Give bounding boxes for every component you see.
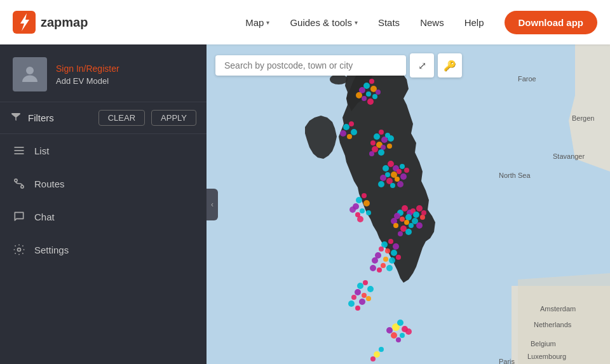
svg-point-82 xyxy=(385,248,390,253)
svg-point-53 xyxy=(395,177,400,182)
chat-icon xyxy=(13,210,25,223)
nav-map[interactable]: Map ▾ xyxy=(238,13,277,32)
sidebar-collapse-button[interactable]: ‹ xyxy=(207,189,218,220)
svg-point-75 xyxy=(416,222,423,229)
svg-point-29 xyxy=(372,94,377,99)
svg-point-107 xyxy=(351,129,357,135)
svg-point-78 xyxy=(398,231,403,236)
map-container: ⤢ 🔑 Faroe Bergen Stavanger North Sea Ams… xyxy=(207,44,610,364)
search-input[interactable] xyxy=(224,60,397,71)
svg-point-113 xyxy=(351,295,356,300)
user-section: Sign In/Register Add EV Model xyxy=(0,44,207,102)
clear-button[interactable]: CLEAR xyxy=(98,110,145,126)
svg-point-111 xyxy=(362,293,367,298)
svg-point-128 xyxy=(370,356,376,361)
svg-point-58 xyxy=(397,181,403,187)
svg-point-5 xyxy=(15,179,17,182)
svg-point-32 xyxy=(374,133,380,140)
svg-point-89 xyxy=(372,257,378,264)
sidebar-item-list[interactable]: List xyxy=(0,134,207,167)
svg-text:Belgium: Belgium xyxy=(531,340,556,347)
svg-point-106 xyxy=(347,134,352,139)
svg-point-33 xyxy=(379,130,384,135)
svg-point-31 xyxy=(376,90,381,95)
svg-rect-4 xyxy=(15,153,24,154)
svg-point-44 xyxy=(383,165,389,172)
svg-point-108 xyxy=(357,283,363,289)
svg-point-81 xyxy=(393,243,399,250)
svg-text:Paris: Paris xyxy=(499,358,515,364)
svg-point-69 xyxy=(409,223,414,228)
apply-button[interactable]: APPLY xyxy=(151,110,196,126)
svg-point-60 xyxy=(402,205,408,212)
map-chevron-icon: ▾ xyxy=(266,19,269,26)
svg-text:Amsterdam: Amsterdam xyxy=(540,305,576,313)
svg-point-101 xyxy=(366,210,371,215)
nav-stats[interactable]: Stats xyxy=(370,13,407,32)
list-icon xyxy=(13,144,25,157)
sidebar-item-routes[interactable]: Routes xyxy=(0,167,207,200)
svg-point-39 xyxy=(381,145,386,150)
svg-point-114 xyxy=(359,299,365,305)
svg-point-42 xyxy=(378,149,384,156)
svg-point-71 xyxy=(420,215,425,220)
header: zapmap Map ▾ Guides & tools ▾ Stats News… xyxy=(0,0,610,44)
sidebar: Sign In/Register Add EV Model Filters CL… xyxy=(0,44,207,364)
settings-icon xyxy=(13,243,25,256)
svg-point-94 xyxy=(356,197,362,203)
svg-text:Bergen: Bergen xyxy=(572,114,594,122)
filter-icon xyxy=(10,111,22,125)
svg-point-124 xyxy=(405,328,412,335)
svg-point-84 xyxy=(379,246,384,252)
sidebar-item-chat[interactable]: Chat xyxy=(0,200,207,233)
filters-row: Filters CLEAR APPLY xyxy=(0,102,207,134)
svg-point-6 xyxy=(21,185,24,188)
download-app-button[interactable]: Download app xyxy=(505,11,598,34)
svg-point-100 xyxy=(349,206,356,213)
svg-point-68 xyxy=(416,205,423,212)
svg-point-38 xyxy=(388,135,394,142)
svg-point-45 xyxy=(388,161,394,167)
svg-point-109 xyxy=(363,280,368,285)
svg-point-104 xyxy=(349,121,354,126)
nav-news[interactable]: News xyxy=(412,13,452,32)
svg-point-54 xyxy=(378,181,384,187)
svg-point-93 xyxy=(370,265,376,271)
svg-point-63 xyxy=(405,214,412,220)
svg-point-27 xyxy=(362,96,367,101)
svg-point-37 xyxy=(370,140,376,145)
expand-map-button[interactable]: ⤢ xyxy=(410,53,434,78)
nav-guides[interactable]: Guides & tools ▾ xyxy=(282,13,365,32)
routes-icon xyxy=(13,177,25,190)
svg-text:Luxembourg: Luxembourg xyxy=(527,353,566,360)
map-key-button[interactable]: 🔑 xyxy=(438,53,462,78)
main-nav: Map ▾ Guides & tools ▾ Stats News Help D… xyxy=(238,11,597,34)
nav-help[interactable]: Help xyxy=(457,13,492,32)
svg-point-50 xyxy=(380,175,386,181)
svg-point-125 xyxy=(396,337,401,342)
sign-in-link[interactable]: Sign In/Register xyxy=(56,64,119,74)
svg-point-112 xyxy=(367,286,374,292)
svg-rect-2 xyxy=(15,147,24,148)
svg-point-7 xyxy=(18,248,21,252)
svg-text:Faroe: Faroe xyxy=(518,75,536,83)
svg-point-23 xyxy=(369,79,374,84)
svg-point-74 xyxy=(393,223,398,228)
svg-point-43 xyxy=(369,151,374,156)
svg-text:Stavanger: Stavanger xyxy=(553,152,585,160)
avatar xyxy=(13,57,47,91)
svg-point-30 xyxy=(356,92,362,98)
svg-point-121 xyxy=(386,327,393,334)
logo[interactable]: zapmap xyxy=(13,11,88,34)
sidebar-item-settings[interactable]: Settings xyxy=(0,233,207,266)
svg-point-57 xyxy=(390,183,395,188)
svg-point-76 xyxy=(421,210,426,215)
guides-chevron-icon: ▾ xyxy=(355,19,358,26)
svg-point-55 xyxy=(400,173,407,180)
search-bar: ⤢ 🔑 xyxy=(215,53,462,78)
user-avatar-icon xyxy=(18,63,41,86)
add-ev-model[interactable]: Add EV Model xyxy=(56,76,119,86)
svg-point-62 xyxy=(400,217,405,222)
svg-text:Netherlands: Netherlands xyxy=(534,321,572,328)
svg-point-1 xyxy=(26,67,34,74)
